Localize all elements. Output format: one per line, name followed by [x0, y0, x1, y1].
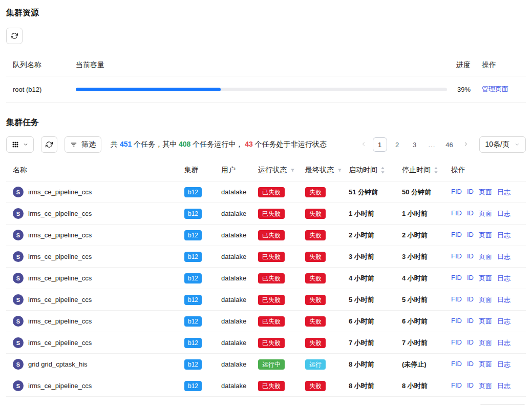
action-log-link[interactable]: 日志 [497, 252, 510, 261]
header-progress: 进度 [447, 60, 480, 70]
filter-lines-icon [70, 141, 77, 148]
action-id-link[interactable]: ID [467, 360, 474, 369]
pagination-prev-button[interactable] [357, 138, 370, 151]
action-id-link[interactable]: ID [467, 274, 474, 283]
header-final-status[interactable]: 最终状态 [305, 166, 349, 175]
action-fid-link[interactable]: FID [451, 295, 462, 305]
sort-icon[interactable] [434, 167, 438, 174]
cluster-tag: b12 [184, 359, 202, 370]
filter-funnel-icon[interactable] [337, 168, 343, 173]
action-fid-link[interactable]: FID [451, 317, 462, 326]
action-id-link[interactable]: ID [467, 231, 474, 240]
refresh-tasks-button[interactable] [41, 136, 57, 153]
action-page-link[interactable]: 页面 [479, 381, 492, 391]
action-log-link[interactable]: 日志 [497, 274, 510, 283]
view-mode-button[interactable] [6, 136, 34, 153]
sort-icon[interactable] [380, 167, 385, 174]
action-page-link[interactable]: 页面 [479, 188, 492, 197]
action-page-link[interactable]: 页面 [479, 317, 492, 326]
table-row: S irms_ce_pipeline_ccs b12 datalake 已失败 … [6, 225, 526, 246]
header-name: 名称 [13, 166, 184, 175]
action-page-link[interactable]: 页面 [479, 209, 492, 218]
task-table-body: S irms_ce_pipeline_ccs b12 datalake 已失败 … [6, 181, 526, 397]
table-row: S grid grid_cptask_his b12 datalake 运行中 … [6, 354, 526, 375]
action-page-link[interactable]: 页面 [479, 295, 492, 305]
action-fid-link[interactable]: FID [451, 231, 462, 240]
table-row: S irms_ce_pipeline_ccs b12 datalake 已失败 … [6, 246, 526, 268]
action-page-link[interactable]: 页面 [479, 274, 492, 283]
action-id-link[interactable]: ID [467, 338, 474, 348]
table-row: S irms_ce_pipeline_ccs b12 datalake 已失败 … [6, 375, 526, 397]
start-time: 1 小时前 [349, 209, 402, 218]
header-stop-time[interactable]: 停止时间 [402, 166, 451, 175]
action-log-link[interactable]: 日志 [497, 360, 510, 369]
action-id-link[interactable]: ID [467, 381, 474, 391]
progress-track [76, 88, 447, 91]
action-id-link[interactable]: ID [467, 209, 474, 218]
running-task-count: 408 [179, 140, 190, 148]
row-actions: FIDID页面日志 [451, 274, 526, 283]
avatar: S [13, 380, 24, 391]
action-id-link[interactable]: ID [467, 317, 474, 326]
header-user: 用户 [221, 166, 258, 175]
action-fid-link[interactable]: FID [451, 338, 462, 348]
action-fid-link[interactable]: FID [451, 209, 462, 218]
refresh-icon [46, 141, 53, 148]
filter-button[interactable]: 筛选 [65, 136, 101, 153]
run-status-badge: 已失败 [258, 187, 285, 197]
page-size-select[interactable]: 10条/页 [479, 136, 526, 153]
action-id-link[interactable]: ID [467, 295, 474, 305]
pagination-page-2[interactable]: 2 [390, 137, 405, 152]
table-row: S irms_ce_pipeline_ccs b12 datalake 已失败 … [6, 203, 526, 225]
row-actions: FIDID页面日志 [451, 188, 526, 197]
user-name: datalake [221, 382, 258, 390]
row-actions: FIDID页面日志 [451, 317, 526, 326]
action-id-link[interactable]: ID [467, 252, 474, 261]
stop-time: 4 小时前 [402, 274, 451, 283]
action-page-link[interactable]: 页面 [479, 338, 492, 348]
action-log-link[interactable]: 日志 [497, 209, 510, 218]
final-status-badge: 失败 [305, 381, 326, 391]
table-row: S irms_ce_pipeline_ccs b12 datalake 已失败 … [6, 289, 526, 311]
action-log-link[interactable]: 日志 [497, 231, 510, 240]
manage-page-link[interactable]: 管理页面 [482, 85, 508, 93]
start-time: 8 小时前 [349, 360, 402, 369]
action-page-link[interactable]: 页面 [479, 360, 492, 369]
table-row: S irms_ce_pipeline_ccs b12 datalake 已失败 … [6, 181, 526, 203]
header-run-status[interactable]: 运行状态 [258, 166, 305, 175]
pagination-page-3[interactable]: 3 [408, 137, 422, 152]
avatar: S [13, 337, 24, 348]
action-page-link[interactable]: 页面 [479, 231, 492, 240]
action-log-link[interactable]: 日志 [497, 317, 510, 326]
start-time: 5 小时前 [349, 295, 402, 305]
action-log-link[interactable]: 日志 [497, 338, 510, 348]
avatar: S [13, 273, 24, 284]
action-fid-link[interactable]: FID [451, 360, 462, 369]
user-name: datalake [221, 274, 258, 282]
action-fid-link[interactable]: FID [451, 188, 462, 197]
header-start-time[interactable]: 启动时间 [349, 166, 402, 175]
action-log-link[interactable]: 日志 [497, 295, 510, 305]
capacity-progress-bar [76, 88, 447, 91]
action-fid-link[interactable]: FID [451, 252, 462, 261]
cluster-tag: b12 [184, 381, 202, 391]
action-log-link[interactable]: 日志 [497, 381, 510, 391]
action-fid-link[interactable]: FID [451, 381, 462, 391]
cluster-tag: b12 [184, 338, 202, 348]
final-status-badge: 失败 [305, 187, 326, 197]
action-page-link[interactable]: 页面 [479, 252, 492, 261]
action-log-link[interactable]: 日志 [497, 188, 510, 197]
pagination-ellipsis: ... [425, 137, 439, 152]
run-status-badge: 已失败 [258, 295, 285, 305]
row-actions: FIDID页面日志 [451, 338, 526, 348]
resources-table-header: 队列名称 当前容量 进度 操作 [6, 55, 526, 76]
chevron-right-icon [463, 141, 469, 149]
stop-time: (未停止) [402, 360, 451, 369]
pagination-page-1[interactable]: 1 [373, 137, 387, 152]
pagination-page-46[interactable]: 46 [442, 137, 457, 152]
refresh-resources-button[interactable] [6, 28, 23, 44]
pagination-next-button[interactable] [460, 138, 472, 151]
action-id-link[interactable]: ID [467, 188, 474, 197]
action-fid-link[interactable]: FID [451, 274, 462, 283]
filter-funnel-icon[interactable] [290, 168, 295, 173]
